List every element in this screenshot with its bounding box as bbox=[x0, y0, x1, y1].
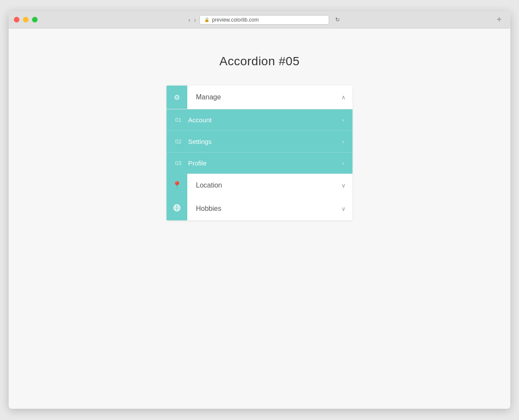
maximize-button[interactable] bbox=[32, 17, 38, 22]
accordion-item-location: 📍 Location ∨ bbox=[167, 174, 352, 197]
sub-item-account[interactable]: 01 Account › bbox=[167, 109, 352, 131]
browser-content: Accordion #05 ⚙ Manage ∧ 01 Account › bbox=[9, 29, 510, 409]
close-button[interactable] bbox=[14, 17, 19, 22]
sub-item-profile[interactable]: 03 Profile › bbox=[167, 153, 352, 174]
sub-item-settings[interactable]: 02 Settings › bbox=[167, 131, 352, 153]
browser-window: ‹ › 🔒 preview.colorlib.com ↻ + Accordion… bbox=[9, 11, 510, 409]
page-title: Accordion #05 bbox=[219, 54, 300, 68]
manage-label: Manage bbox=[187, 86, 334, 109]
address-input[interactable]: 🔒 preview.colorlib.com bbox=[199, 15, 329, 25]
profile-label: Profile bbox=[188, 159, 342, 167]
manage-body: 01 Account › 02 Settings › 03 Profile › bbox=[167, 109, 352, 174]
location-icon-col: 📍 bbox=[167, 174, 187, 197]
addressbar: ‹ › 🔒 preview.colorlib.com ↻ bbox=[41, 15, 490, 25]
titlebar: ‹ › 🔒 preview.colorlib.com ↻ + bbox=[9, 11, 510, 29]
accordion-item-hobbies: Hobbies ∨ bbox=[167, 197, 352, 220]
settings-label: Settings bbox=[188, 138, 342, 145]
account-label: Account bbox=[188, 116, 342, 124]
url-text: preview.colorlib.com bbox=[212, 17, 259, 23]
forward-button[interactable]: › bbox=[194, 16, 196, 23]
profile-number: 03 bbox=[175, 160, 188, 166]
minimize-button[interactable] bbox=[23, 17, 29, 22]
manage-icon-col: ⚙ bbox=[167, 86, 187, 109]
accordion-header-manage[interactable]: ⚙ Manage ∧ bbox=[167, 86, 352, 109]
location-label: Location bbox=[187, 174, 334, 197]
settings-chevron: › bbox=[342, 138, 344, 145]
location-chevron: ∨ bbox=[334, 174, 352, 197]
pin-icon: 📍 bbox=[172, 181, 182, 190]
lock-icon: 🔒 bbox=[204, 17, 209, 22]
account-chevron: › bbox=[342, 117, 344, 123]
accordion: ⚙ Manage ∧ 01 Account › 02 Settings › bbox=[167, 86, 352, 220]
account-number: 01 bbox=[175, 117, 188, 123]
hobbies-label: Hobbies bbox=[187, 197, 334, 220]
globe-icon bbox=[173, 204, 181, 213]
new-tab-button[interactable]: + bbox=[493, 15, 505, 25]
manage-chevron: ∧ bbox=[334, 86, 352, 109]
accordion-header-hobbies[interactable]: Hobbies ∨ bbox=[167, 197, 352, 220]
hobbies-icon-col bbox=[167, 197, 187, 220]
accordion-header-location[interactable]: 📍 Location ∨ bbox=[167, 174, 352, 197]
gear-icon: ⚙ bbox=[174, 93, 180, 102]
refresh-button[interactable]: ↻ bbox=[333, 16, 343, 23]
hobbies-chevron: ∨ bbox=[334, 197, 352, 220]
accordion-item-manage: ⚙ Manage ∧ 01 Account › 02 Settings › bbox=[167, 86, 352, 174]
back-button[interactable]: ‹ bbox=[188, 16, 190, 23]
settings-number: 02 bbox=[175, 138, 188, 145]
profile-chevron: › bbox=[342, 160, 344, 166]
